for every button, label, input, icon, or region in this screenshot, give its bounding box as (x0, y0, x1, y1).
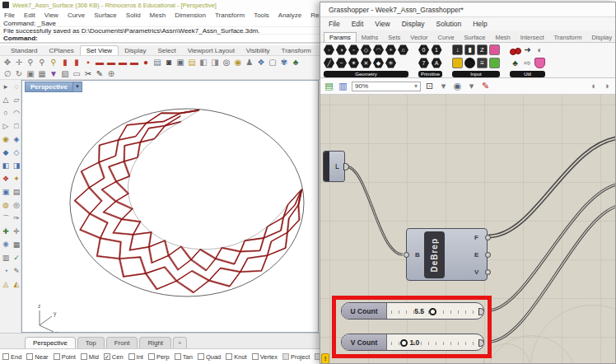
add-view-icon[interactable]: ⊕ (106, 69, 116, 79)
section-icon[interactable]: ▧ (60, 69, 70, 79)
relay-icon[interactable]: ➜ (522, 44, 533, 55)
sidebar-tool-icon-20[interactable]: ◎ (12, 200, 21, 210)
zoom-extents-icon[interactable]: ▮ (60, 58, 70, 68)
osnap-knot[interactable]: Knot (226, 353, 246, 361)
viewport-a-icon[interactable]: ▣ (26, 69, 35, 79)
geometry-component-icon[interactable]: ▫ (348, 44, 359, 55)
primitive-component-icon[interactable]: 1 (432, 44, 442, 55)
chevron-down-icon[interactable]: ▾ (414, 82, 418, 90)
osnap-project[interactable]: Project (282, 353, 310, 361)
output-port-v[interactable] (485, 269, 491, 275)
toolbar-tab-visibility[interactable]: Visibility (240, 46, 276, 55)
tree-display-icon[interactable]: ♣ (291, 58, 301, 68)
gh-tab-display[interactable]: Display (586, 33, 616, 42)
pixel-icon[interactable] (489, 58, 500, 68)
sidebar-tool-icon-11[interactable]: ◆ (1, 147, 11, 157)
geometry-component-icon[interactable]: ⌂ (398, 44, 408, 55)
preview-eye-icon[interactable]: ◉ (452, 81, 463, 91)
gh-tab-transform[interactable]: Transform (549, 33, 587, 42)
cherry-picker-icon[interactable] (510, 44, 520, 55)
sidebar-tool-icon-19[interactable]: ◍ (1, 200, 11, 210)
osnap-quad[interactable]: Quad (198, 353, 221, 361)
geometry-component-icon[interactable]: ◆ (373, 58, 384, 68)
sidebar-tool-icon-32[interactable]: ◭ (12, 279, 21, 289)
flatten-icon[interactable]: ▭ (72, 69, 82, 79)
sidebar-tool-icon-14[interactable]: ◨ (12, 161, 21, 170)
layer-folder-icon[interactable]: ▤ (187, 58, 197, 68)
primitive-component-icon[interactable]: 7 (418, 58, 429, 68)
sidebar-tool-icon-17[interactable]: ▣ (1, 187, 11, 197)
chevron-down-icon[interactable]: ▼ (73, 82, 82, 92)
set-view-right-icon[interactable]: ▬ (118, 58, 128, 68)
menu-analyze[interactable]: Analyze (278, 12, 301, 19)
checkbox[interactable] (128, 353, 135, 360)
osnap-cen[interactable]: ✓Cen (104, 353, 124, 361)
geometry-component-icon[interactable]: ◑ (336, 44, 347, 55)
menu-curve[interactable]: Curve (68, 12, 85, 19)
toolbar-tab-display[interactable]: Display (119, 46, 152, 55)
menu-mesh[interactable]: Mesh (150, 12, 166, 19)
grasshopper-canvas[interactable]: L B DeBrep FEV U Count5.5V Count1.0 ! (320, 95, 615, 363)
gh-menu-file[interactable]: File (329, 20, 340, 28)
zoom-target-icon[interactable]: ▪ (83, 58, 93, 68)
sidebar-tool-icon-25[interactable]: ❋ (1, 240, 11, 250)
button-icon[interactable] (464, 58, 475, 68)
menu-transform[interactable]: Transform (215, 12, 245, 19)
spinner-icon[interactable]: ✾ (279, 58, 289, 68)
geometry-component-icon[interactable]: ◦ (324, 44, 334, 55)
osnap-vertex[interactable]: Vertex (252, 353, 278, 361)
value-list-icon[interactable]: ≡ (477, 58, 488, 68)
camera-icon[interactable]: ◙ (164, 58, 174, 68)
toolbar-tab-standard[interactable]: Standard (5, 46, 43, 55)
menu-tools[interactable]: Tools (254, 12, 269, 19)
rotate-view-icon[interactable]: ◎ (222, 58, 231, 68)
toolbar-tab-select[interactable]: Select (152, 46, 181, 55)
sidebar-tool-icon-22[interactable]: ✑ (12, 213, 21, 223)
set-view-front-icon[interactable]: ▬ (106, 58, 116, 68)
zoom-window-icon[interactable]: ⚲ (37, 58, 47, 68)
add-viewport-tab[interactable]: + (173, 337, 187, 348)
pan-hand-icon[interactable]: ✥ (2, 58, 12, 68)
osnap-tan[interactable]: Tan (175, 353, 193, 361)
gh-tab-intersect[interactable]: Intersect (516, 33, 549, 42)
gh-menu-help[interactable]: Help (473, 20, 487, 28)
open-file-icon[interactable]: ▤ (324, 81, 334, 91)
sidebar-tool-icon-28[interactable]: ✓ (12, 253, 21, 263)
checkbox[interactable] (54, 353, 60, 360)
osnap-end[interactable]: End (2, 353, 21, 361)
geometry-component-icon[interactable]: ✕ (361, 58, 371, 68)
osnap-int[interactable]: Int (128, 353, 143, 361)
set-view-perspective-icon[interactable]: ● (141, 58, 151, 68)
geometry-component-icon[interactable]: ✶ (348, 58, 359, 68)
sidebar-tool-icon-2[interactable]: ◌ (12, 82, 21, 91)
geometry-component-icon[interactable]: ◠ (373, 44, 384, 55)
split-horizontal-icon[interactable]: ◧ (198, 58, 208, 68)
move-view-icon[interactable]: ✛ (14, 58, 24, 68)
sidebar-tool-icon-1[interactable]: ▸ (1, 82, 11, 91)
checkbox[interactable] (198, 353, 204, 360)
geometry-component-icon[interactable]: + (385, 44, 396, 55)
menu-view[interactable]: View (44, 12, 58, 19)
gh-menu-solution[interactable]: Solution (436, 20, 462, 28)
zoom-extents-icon[interactable]: ⊡ (424, 81, 435, 91)
geometry-component-icon[interactable]: ~ (336, 58, 347, 68)
sidebar-tool-icon-7[interactable]: ▷ (1, 121, 11, 131)
annotate-icon[interactable]: ✎ (95, 69, 105, 79)
checkbox[interactable]: ✓ (104, 353, 110, 360)
menu-dimension[interactable]: Dimension (175, 12, 206, 19)
gh-tab-mesh[interactable]: Mesh (490, 33, 515, 42)
caret-icon[interactable]: ▾ (466, 81, 477, 91)
sidebar-tool-icon-15[interactable]: ❖ (1, 174, 11, 184)
jump-icon[interactable]: ⇨ (522, 58, 533, 68)
expression-icon[interactable]: Z (477, 44, 488, 55)
output-port-e[interactable] (485, 252, 491, 258)
sidebar-tool-icon-10[interactable]: ◈ (12, 134, 21, 144)
sidebar-tool-icon-31[interactable]: ◬ (1, 279, 11, 289)
zoom-selected-icon[interactable]: ⚲ (49, 58, 58, 68)
gh-menu-edit[interactable]: Edit (352, 20, 364, 28)
tree-icon[interactable]: ♣ (510, 58, 520, 68)
geometry-component-icon[interactable]: ◇ (361, 44, 371, 55)
toolbar-tab-set-view[interactable]: Set View (80, 45, 119, 55)
osnap-mid[interactable]: Mid (81, 353, 99, 361)
gh-menu-view[interactable]: View (375, 20, 390, 28)
